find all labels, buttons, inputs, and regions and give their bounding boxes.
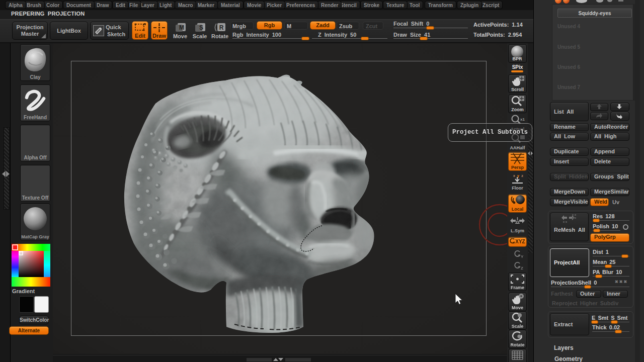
svg-text:R: R — [219, 24, 224, 31]
svg-text:S: S — [199, 24, 203, 31]
svg-text:z: z — [521, 174, 523, 178]
svg-text:BPR: BPR — [512, 56, 522, 61]
svg-text:Y: Y — [521, 254, 524, 259]
svg-text:x1: x1 — [520, 117, 525, 122]
svg-text:M: M — [179, 24, 184, 31]
svg-text:Z: Z — [521, 266, 523, 270]
svg-text:x: x — [513, 174, 515, 177]
